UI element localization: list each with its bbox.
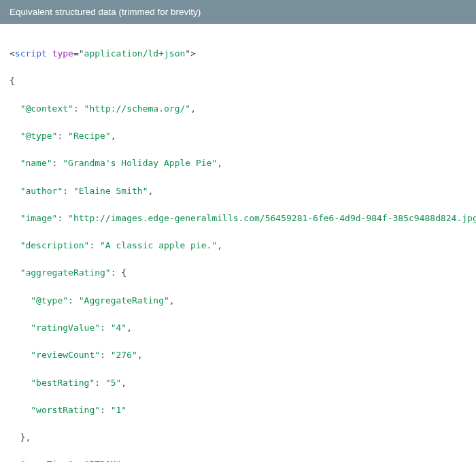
colon: : [100, 405, 111, 415]
tag-open-bracket: < [10, 48, 15, 59]
comma: , [111, 131, 116, 141]
json-val: "Elaine Smith" [73, 186, 148, 196]
tag-name: script [15, 48, 47, 59]
json-key: "author" [20, 186, 63, 196]
brace-close: }, [20, 432, 31, 442]
code-block: <script type="application/ld+json"> { "@… [0, 24, 476, 462]
attr-name: type [52, 48, 73, 59]
attr-value: application/ld+json [84, 48, 186, 59]
json-key: "@type" [20, 131, 58, 141]
json-key: "description" [20, 240, 90, 250]
colon: : [57, 213, 68, 223]
json-key: "@type" [31, 295, 68, 306]
colon: : [100, 350, 111, 360]
colon: : [100, 323, 111, 333]
brace: { [121, 267, 126, 278]
json-key: "worstRating" [31, 405, 100, 415]
comma: , [121, 378, 126, 388]
json-val: "276" [111, 350, 137, 360]
comma: , [217, 240, 222, 250]
comma: , [169, 295, 175, 306]
comma: , [121, 459, 126, 462]
colon: : [68, 295, 79, 306]
colon: : [73, 103, 84, 114]
panel-title: Equivalent structured data (trimmed for … [10, 7, 201, 17]
json-val: "Grandma's Holiday Apple Pie" [63, 158, 217, 168]
colon: : [57, 131, 68, 141]
attr-eq: =" [73, 48, 84, 59]
json-val: "4" [111, 323, 126, 333]
comma: , [190, 103, 196, 114]
json-key: "ratingValue" [31, 323, 100, 333]
json-key: "prepTime" [20, 459, 73, 462]
json-val: "Recipe" [68, 131, 111, 141]
json-key: "image" [20, 213, 58, 223]
comma: , [217, 158, 222, 168]
comma: , [137, 350, 143, 360]
json-key: "bestRating" [31, 378, 95, 388]
colon: : [111, 267, 122, 278]
tag-close-bracket: "> [185, 48, 196, 59]
json-val: "AggregateRating" [79, 295, 169, 306]
json-key: "aggregateRating" [20, 267, 111, 278]
json-key: "reviewCount" [31, 350, 100, 360]
colon: : [63, 186, 73, 196]
comma: , [126, 323, 132, 333]
colon: : [73, 459, 84, 462]
panel-header: Equivalent structured data (trimmed for … [0, 0, 476, 24]
comma: , [148, 186, 154, 196]
json-key: "name" [20, 158, 52, 168]
json-val: "A classic apple pie." [100, 240, 217, 250]
json-val: "http://schema.org/" [84, 103, 191, 114]
json-val: "1" [111, 405, 126, 415]
json-val: "5" [105, 378, 121, 388]
colon: : [95, 378, 105, 388]
json-val: "http://images.edge-generalmills.com/564… [68, 213, 476, 223]
colon: : [89, 240, 100, 250]
json-key: "@context" [20, 103, 73, 114]
json-open-brace: { [10, 76, 15, 86]
colon: : [52, 158, 63, 168]
json-val: "PT30M" [84, 459, 122, 462]
